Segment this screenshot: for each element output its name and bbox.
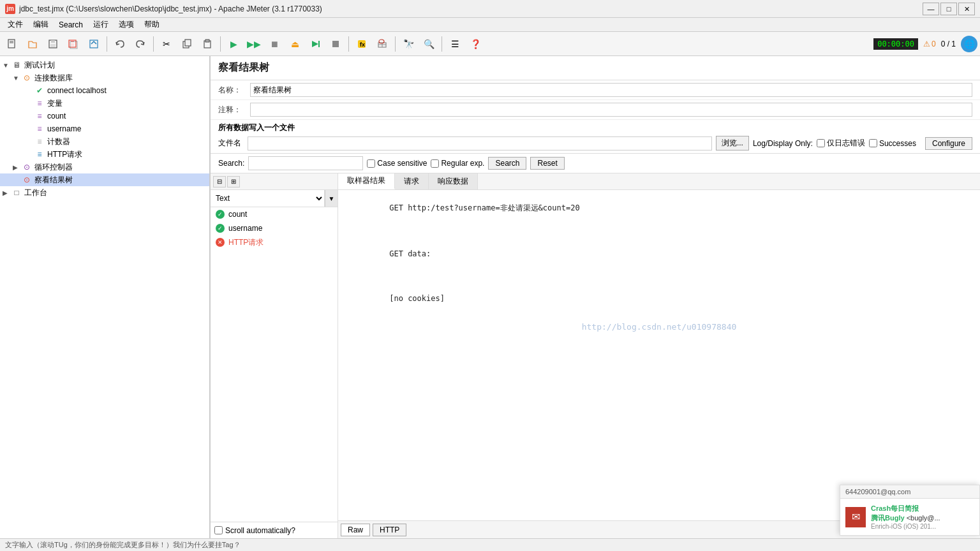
node-label: username — [47, 124, 81, 133]
menu-file[interactable]: 文件 — [3, 18, 28, 32]
app-icon: jm — [5, 4, 15, 14]
node-label: HTTP请求 — [47, 149, 82, 160]
file-section-title: 所有数据写入一个文件 — [218, 122, 972, 133]
tab-request[interactable]: 请求 — [395, 173, 429, 189]
svg-rect-0 — [8, 40, 15, 48]
expand-all-button[interactable]: ⊞ — [227, 176, 240, 187]
redo-button[interactable] — [131, 34, 150, 54]
tree-node-loop[interactable]: ▶ ⊙ 循环控制器 — [0, 161, 209, 173]
svg-rect-4 — [51, 40, 55, 43]
comment-row: 注释： — [211, 100, 980, 120]
save-button[interactable] — [43, 34, 63, 54]
start-no-pause-button[interactable]: ▶▶ — [244, 34, 264, 54]
scroll-auto-checkbox[interactable] — [214, 526, 223, 534]
tree-node-view-results[interactable]: ⊙ 察看结果树 — [0, 173, 209, 186]
start-button[interactable]: ▶ — [224, 34, 243, 54]
menu-help[interactable]: 帮助 — [139, 18, 165, 32]
remote-stop-button[interactable] — [326, 34, 345, 54]
result-item-username[interactable]: ✓ username — [211, 221, 338, 235]
errors-only-check[interactable] — [817, 139, 825, 147]
node-label: 循环控制器 — [34, 162, 73, 173]
case-sensitive-check[interactable]: Case sensitive — [367, 159, 427, 168]
browse-button[interactable]: 浏览... — [716, 136, 749, 151]
detail-tabs: 取样器结果 请求 响应数据 — [338, 173, 980, 190]
save-all-button[interactable] — [64, 34, 83, 54]
tab-sampler-result[interactable]: 取样器结果 — [338, 173, 395, 189]
search-replace-button[interactable]: 🔍 — [419, 34, 438, 54]
stop-button[interactable]: ⏹ — [265, 34, 284, 54]
tree-node-var[interactable]: ≡ 变量 — [0, 97, 209, 110]
search-input[interactable] — [248, 156, 363, 170]
function-helper-button[interactable]: fx — [352, 34, 371, 54]
errors-only-checkbox[interactable]: 仅日志错误 — [817, 138, 865, 149]
titlebar: jm jdbc_test.jmx (C:\Users\slowchen\Desk… — [0, 0, 980, 18]
undo-button[interactable] — [110, 34, 130, 54]
maximize-button[interactable]: □ — [940, 3, 957, 15]
notification-popup: 644209001@qq.com ✉ Crash每日简报 腾讯Bugly <bu… — [840, 485, 980, 536]
shutdown-button[interactable]: ⏏ — [285, 34, 304, 54]
copy-button[interactable] — [177, 34, 197, 54]
search-button[interactable]: Search — [488, 157, 526, 170]
filename-input[interactable] — [248, 136, 712, 151]
tab-response-data[interactable]: 响应数据 — [429, 173, 478, 189]
content-line-3: [no cookies] — [389, 294, 445, 303]
name-input[interactable] — [250, 83, 972, 97]
tree-node-test-plan[interactable]: ▼ 🖥 测试计划 — [0, 59, 209, 71]
notif-app-icon: ✉ — [845, 507, 866, 527]
warn-icon: ⚠ — [923, 40, 930, 48]
close-button[interactable]: ✕ — [958, 3, 975, 15]
tree-node-count[interactable]: ≡ count — [0, 110, 209, 122]
menu-run[interactable]: 运行 — [88, 18, 114, 32]
notif-email-hint: <bugly@... — [907, 514, 940, 522]
open-button[interactable] — [23, 34, 42, 54]
successes-check[interactable] — [869, 139, 877, 147]
results-area: ⊟ ⊞ Text ▼ ✓ count ✓ — [211, 173, 980, 538]
help-button[interactable]: ❓ — [466, 34, 485, 54]
binoculars-button[interactable]: 🔭 — [399, 34, 418, 54]
collapse-all-button[interactable]: ⊟ — [213, 176, 226, 187]
menu-options[interactable]: 选项 — [114, 18, 139, 32]
node-label: 变量 — [47, 98, 63, 109]
remote-start-button[interactable] — [306, 34, 325, 54]
regular-exp-check[interactable]: Regular exp. — [431, 159, 484, 168]
new-button[interactable] — [3, 34, 22, 54]
tree-node-workbench[interactable]: ▶ □ 工作台 — [0, 186, 209, 199]
loop-icon: ⊙ — [22, 162, 32, 172]
content-line-1: GET http:/test?username=非处请渠远&count=20 — [389, 203, 579, 212]
success-icon: ✓ — [216, 224, 225, 233]
notif-email: 644209001@qq.com — [840, 485, 979, 499]
expand-icon: ▼ — [3, 62, 11, 69]
reset-button[interactable]: Reset — [530, 157, 564, 170]
list-view-button[interactable]: ☰ — [445, 34, 464, 54]
http-tab[interactable]: HTTP — [373, 524, 406, 536]
svg-rect-5 — [50, 44, 56, 47]
file-section: 所有数据写入一个文件 文件名 浏览... Log/Display Only: 仅… — [211, 120, 980, 154]
toolbar-info: 00:00:00 ⚠ 0 0 / 1 🌐 — [873, 36, 977, 52]
detail-panel: 取样器结果 请求 响应数据 GET http:/test?username=非处… — [338, 173, 980, 538]
tree-node-connect[interactable]: ✔ connect localhost — [0, 84, 209, 97]
tree-node-http[interactable]: ≡ HTTP请求 — [0, 148, 209, 161]
comment-input[interactable] — [250, 103, 972, 117]
timer-display: 00:00:00 — [873, 38, 918, 50]
dropdown-arrow-icon[interactable]: ▼ — [325, 190, 338, 207]
result-item-http[interactable]: ✕ HTTP请求 — [211, 235, 338, 249]
configure-button[interactable]: Configure — [925, 137, 972, 150]
type-select[interactable]: Text — [211, 190, 325, 207]
status-text: 文字输入（滚动TUg，你们的身份能完成更多目标！）我们为什么要挂Tag？ — [5, 540, 241, 550]
paste-button[interactable] — [198, 34, 217, 54]
raw-tab[interactable]: Raw — [341, 524, 370, 536]
result-item-count[interactable]: ✓ count — [211, 207, 338, 221]
table-config-button[interactable] — [373, 34, 392, 54]
revert-button[interactable] — [84, 34, 103, 54]
tree-node-counter[interactable]: ≡ 计数器 — [0, 135, 209, 148]
notif-brand-name: 腾讯Bugly — [871, 514, 905, 522]
menu-edit[interactable]: 编辑 — [28, 18, 54, 32]
minimize-button[interactable]: — — [923, 3, 939, 15]
tree-node-username[interactable]: ≡ username — [0, 122, 209, 135]
cut-button[interactable]: ✂ — [157, 34, 176, 54]
successes-checkbox[interactable]: Successes — [869, 139, 916, 148]
menu-search[interactable]: Search — [54, 18, 88, 32]
workbench-icon: □ — [11, 187, 22, 198]
statusbar: 文字输入（滚动TUg，你们的身份能完成更多目标！）我们为什么要挂Tag？ — [0, 538, 980, 551]
tree-node-db[interactable]: ▼ ⊙ 连接数据库 — [0, 71, 209, 84]
